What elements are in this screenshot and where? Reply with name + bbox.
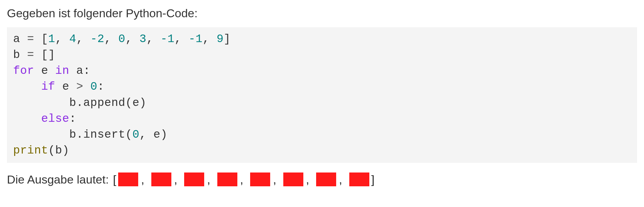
code-token: a: [13, 33, 27, 46]
code-token: a:: [69, 65, 90, 77]
code-token: [13, 80, 41, 93]
code-token: >: [76, 80, 83, 93]
code-token: 0: [132, 128, 139, 141]
output-line: Die Ausgabe lautet: [ -1,-1,0,-2,1,4,3,9…: [7, 172, 637, 186]
exercise-page: Gegeben ist folgender Python-Code: a = […: [0, 0, 644, 207]
code-token: (b): [48, 144, 69, 157]
code-token: 4: [69, 33, 76, 46]
code-block: a = [1, 4, -2, 0, 3, -1, -1, 9] b = [] f…: [7, 27, 637, 163]
code-token: e: [34, 65, 55, 77]
code-token: ,: [125, 33, 140, 46]
code-token: =: [27, 49, 34, 61]
code-token: ,: [104, 33, 119, 46]
code-token: if: [41, 80, 55, 93]
code-token: ,: [202, 33, 217, 46]
code-token: 0: [90, 80, 97, 93]
code-token: print: [13, 144, 48, 157]
code-token: ,: [146, 33, 161, 46]
code-token: 1: [48, 33, 55, 46]
code-token: -2: [90, 33, 104, 46]
code-token: =: [27, 33, 34, 46]
code-token: , e): [139, 128, 167, 141]
separator: ,: [306, 173, 309, 186]
code-token: e: [55, 80, 76, 93]
code-token: b: [13, 49, 27, 61]
separator: ,: [141, 173, 144, 186]
code-token: []: [34, 49, 55, 61]
code-token: b.insert(: [13, 128, 132, 141]
answer-blank[interactable]: 9: [349, 172, 369, 186]
blanks-container: -1,-1,0,-2,1,4,3,9: [117, 172, 370, 186]
separator: ,: [273, 173, 276, 186]
answer-blank[interactable]: 3: [316, 172, 336, 186]
code-token: [: [34, 33, 48, 46]
code-token: ]: [224, 33, 230, 46]
code-token: [83, 80, 90, 93]
open-bracket: [: [113, 173, 116, 186]
close-bracket: ]: [371, 173, 375, 186]
intro-text: Gegeben ist folgender Python-Code:: [7, 6, 637, 20]
answer-blank[interactable]: -1: [151, 172, 171, 186]
code-token: ,: [55, 33, 69, 46]
answer-blank[interactable]: -1: [118, 172, 138, 186]
code-token: :: [97, 80, 104, 93]
code-token: ,: [76, 33, 91, 46]
code-token: :: [69, 112, 76, 125]
separator: ,: [339, 173, 342, 186]
code-token: [13, 112, 41, 125]
separator: ,: [240, 173, 243, 186]
answer-blank[interactable]: 0: [184, 172, 204, 186]
code-token: 3: [140, 33, 146, 46]
answer-blank[interactable]: 1: [250, 172, 270, 186]
answer-blank[interactable]: 4: [283, 172, 303, 186]
code-token: ,: [174, 33, 189, 46]
code-token: in: [55, 65, 69, 77]
separator: ,: [174, 173, 177, 186]
separator: ,: [207, 173, 210, 186]
code-token: else: [41, 112, 69, 125]
answer-blank[interactable]: -2: [217, 172, 237, 186]
code-token: b.append(e): [13, 97, 146, 109]
output-label: Die Ausgabe lautet:: [7, 173, 109, 186]
code-token: 9: [217, 33, 224, 46]
code-token: for: [13, 65, 34, 77]
code-token: 0: [119, 33, 125, 46]
code-token: -1: [160, 33, 174, 46]
code-token: -1: [189, 33, 203, 46]
